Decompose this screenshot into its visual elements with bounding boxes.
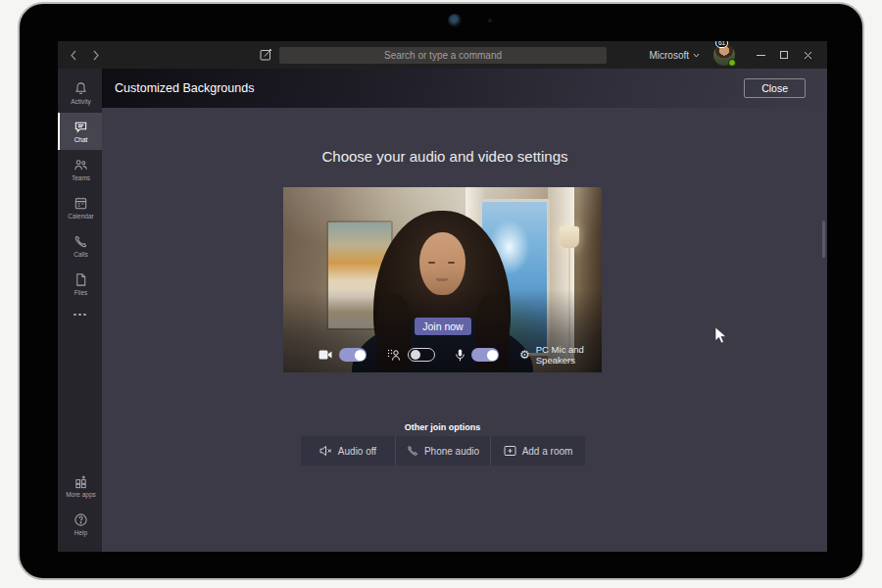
sidebar-item-label: Teams [72,174,90,181]
camera-icon [318,350,332,360]
sidebar-item-chat[interactable]: Chat [58,113,102,150]
sidebar-item-files[interactable]: Files [58,266,102,303]
video-preview: Join now [283,187,602,372]
add-room-icon [504,445,516,457]
cursor-arrow-icon [714,326,727,345]
ellipsis-icon [74,314,76,317]
sidebar-item-label: Activity [71,98,91,105]
tenant-name: Microsoft [649,50,689,61]
sidebar-item-label: Files [74,289,88,296]
help-icon [74,513,88,527]
minimize-button[interactable] [749,41,772,69]
tenant-switcher[interactable]: Microsoft [649,50,700,61]
av-controls: ⚙ PC Mic and Speakers [283,344,602,366]
calendar-icon [74,196,88,211]
titlebar: Microsoft 61 [58,41,827,69]
microphone-icon [456,349,465,362]
files-icon [74,272,88,287]
sidebar-item-calendar[interactable]: Calendar [58,189,102,226]
chevron-left-icon [70,50,77,61]
other-join-options-label: Other join options [283,422,602,432]
tablet-device: Microsoft 61 [18,2,864,580]
chat-icon [74,120,88,134]
chevron-down-icon [693,53,700,58]
app-bar: Activity Chat Teams [58,69,102,552]
sidebar-item-label: Calls [74,251,87,258]
mouse-cursor [714,326,727,345]
other-join-options-bar: Audio off Phone audio Add a room [301,436,585,466]
add-room-button[interactable]: Add a room [490,436,585,466]
background-effects-icon [387,349,401,361]
close-icon [804,51,812,60]
sidebar-item-label: Help [74,529,87,536]
compose-icon [260,48,272,61]
audio-off-button[interactable]: Audio off [301,436,395,466]
option-label: Add a room [522,446,573,457]
presence-indicator [728,59,736,67]
meeting-prejoin-panel: Customized Backgrounds Close Choose your… [102,69,827,552]
sidebar-item-help[interactable]: Help [58,506,102,543]
device-sensor [488,19,492,23]
sidebar-item-label: More apps [66,491,96,498]
phone-audio-icon [407,445,418,457]
sidebar-item-more-apps[interactable]: More apps [58,467,102,505]
option-label: Audio off [338,446,376,457]
calls-icon [74,234,88,249]
device-camera [448,14,462,27]
panel-header: Customized Backgrounds [102,69,827,108]
search-input[interactable] [279,47,607,64]
maximize-icon [780,51,788,59]
background-blur-toggle[interactable] [408,348,435,362]
chevron-right-icon [92,50,100,61]
profile-menu[interactable]: 61 [713,44,735,66]
close-window-button[interactable] [796,41,819,69]
gear-icon: ⚙ [519,349,530,361]
minimize-icon [757,55,765,56]
option-label: Phone audio [424,446,479,457]
device-settings[interactable]: ⚙ PC Mic and Speakers [519,344,602,366]
join-now-button[interactable]: Join now [415,318,471,335]
camera-toggle[interactable] [339,348,367,362]
teams-app-window: Microsoft 61 [58,41,827,552]
maximize-button[interactable] [772,41,796,69]
audio-off-icon [319,445,332,457]
sidebar-item-label: Calendar [68,213,93,220]
audio-device-label: PC Mic and Speakers [536,344,602,366]
prejoin-heading: Choose your audio and video settings [249,148,641,165]
panel-title: Customized Backgrounds [115,81,254,95]
bell-icon [74,81,88,96]
scrollbar-thumb[interactable] [822,220,825,258]
phone-audio-button[interactable]: Phone audio [395,436,490,466]
sidebar-item-teams[interactable]: Teams [58,151,102,188]
sidebar-item-calls[interactable]: Calls [58,227,102,265]
more-options-button[interactable] [58,304,102,325]
apps-icon [74,474,88,489]
sidebar-item-label: Chat [74,136,88,143]
back-button[interactable] [67,49,79,62]
teams-icon [74,158,88,172]
mic-toggle[interactable] [471,348,499,362]
close-button[interactable]: Close [744,78,806,98]
sidebar-item-activity[interactable]: Activity [58,74,102,112]
forward-button[interactable] [89,49,102,62]
new-chat-button[interactable] [260,48,272,61]
